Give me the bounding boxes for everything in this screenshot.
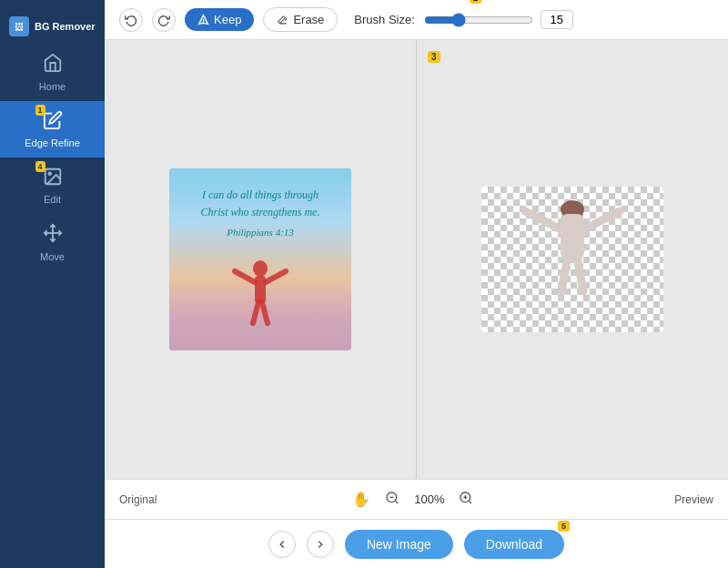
svg-line-18	[395, 501, 398, 503]
original-label: Original	[119, 493, 157, 506]
sidebar-item-home[interactable]: Home	[0, 44, 105, 101]
brush-badge: 2	[470, 0, 482, 4]
preview-panel: 3	[417, 40, 728, 479]
brush-size-control: 2 15	[424, 10, 573, 29]
home-label: Home	[39, 81, 66, 92]
main-content: Keep Erase Brush Size: 2 15	[105, 0, 728, 568]
home-icon	[43, 53, 63, 77]
hand-tool-button[interactable]: ✋	[352, 491, 370, 508]
edit-badge-container: 4	[43, 167, 63, 190]
undo-button[interactable]	[119, 8, 143, 32]
svg-line-7	[266, 271, 286, 282]
edge-refine-badge: 1	[35, 105, 46, 116]
svg-line-16	[577, 257, 583, 291]
edit-badge: 4	[35, 161, 46, 172]
download-badge: 5	[558, 521, 570, 532]
svg-line-14	[584, 211, 620, 229]
logo-icon: 🖼	[9, 16, 29, 36]
sidebar-item-move[interactable]: Move	[0, 214, 105, 271]
zoom-in-button[interactable]	[453, 489, 479, 510]
move-icon	[43, 223, 63, 248]
new-image-button[interactable]: New Image	[345, 530, 453, 559]
app-title: BG Remover	[35, 21, 96, 32]
preview-image	[481, 187, 663, 332]
sidebar: 🖼 BG Remover Home 1 Edge Refine 4	[0, 0, 105, 568]
redo-button[interactable]	[152, 8, 176, 32]
sidebar-item-edge-refine[interactable]: 1 Edge Refine	[0, 101, 105, 157]
move-label: Move	[40, 251, 65, 262]
svg-line-15	[561, 257, 568, 291]
preview-figure	[481, 187, 663, 332]
svg-line-13	[525, 211, 561, 229]
svg-rect-5	[255, 276, 266, 303]
original-image: I can do all things through Christ who s…	[169, 168, 351, 350]
zoom-value: 100%	[414, 492, 444, 506]
download-button[interactable]: Download 5	[464, 530, 564, 559]
zoom-out-button[interactable]	[379, 489, 405, 510]
keep-button[interactable]: Keep	[185, 8, 254, 31]
scripture-text: I can do all things through Christ who s…	[169, 187, 351, 240]
preview-label-right: Preview	[674, 493, 713, 506]
zoom-controls: ✋ 100%	[157, 489, 674, 510]
original-panel: I can do all things through Christ who s…	[105, 40, 417, 479]
edge-refine-label: Edge Refine	[25, 137, 80, 148]
edge-refine-badge-container: 1	[43, 110, 63, 134]
preview-badge: 3	[428, 51, 440, 63]
svg-point-4	[253, 260, 268, 277]
svg-line-8	[253, 302, 258, 323]
brush-size-slider[interactable]	[424, 13, 533, 27]
work-area: I can do all things through Christ who s…	[105, 40, 728, 479]
brush-size-value: 15	[541, 10, 573, 29]
footer: New Image Download 5	[105, 519, 728, 568]
svg-line-6	[235, 271, 255, 282]
sidebar-item-edit[interactable]: 4 Edit	[0, 157, 105, 214]
next-button[interactable]	[307, 531, 334, 558]
brush-size-label: Brush Size:	[354, 13, 414, 26]
edit-label: Edit	[44, 194, 61, 205]
bottom-bar: Original ✋ 100% Preview	[105, 479, 728, 519]
original-image-content: I can do all things through Christ who s…	[169, 168, 351, 350]
svg-rect-12	[561, 214, 584, 259]
svg-line-9	[262, 302, 268, 323]
toolbar: Keep Erase Brush Size: 2 15	[105, 0, 728, 40]
svg-point-1	[48, 172, 51, 175]
svg-line-21	[470, 501, 472, 503]
erase-button[interactable]: Erase	[263, 7, 338, 32]
prev-button[interactable]	[268, 531, 296, 558]
app-logo: 🖼 BG Remover	[0, 9, 105, 44]
